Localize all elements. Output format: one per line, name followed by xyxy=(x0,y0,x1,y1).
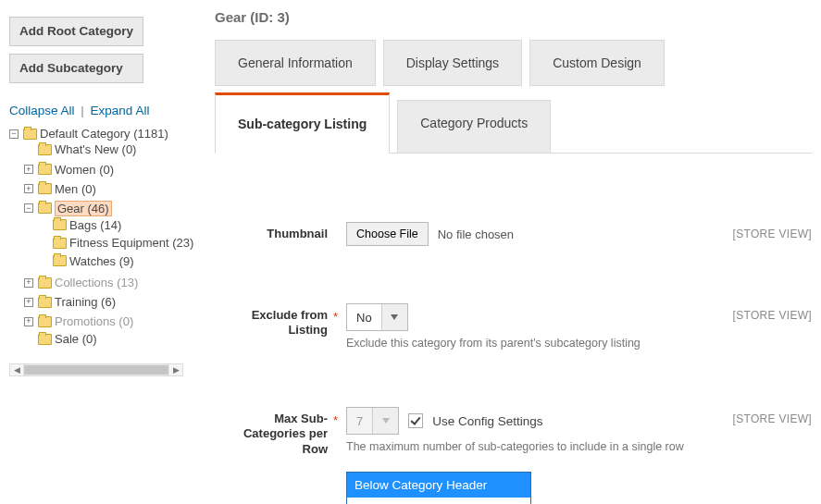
exclude-select[interactable]: No xyxy=(346,303,408,331)
category-tree: − Default Category (1181) What's New (0)… xyxy=(9,123,178,350)
tree-node[interactable]: What's New (0) xyxy=(24,142,136,156)
choose-file-button[interactable]: Choose File xyxy=(346,222,429,246)
row-exclude-from-listing: Exclude from Listing * No Exclude this c… xyxy=(215,303,812,350)
spacer xyxy=(24,335,33,344)
main-content: Gear (ID: 3) General Information Display… xyxy=(183,0,821,504)
folder-icon xyxy=(53,238,67,249)
tab-general-information[interactable]: General Information xyxy=(215,40,376,86)
form: Thumbnail * Choose File No file chosen [… xyxy=(215,154,812,504)
max-sub-hint: The maximum number of sub-categories to … xyxy=(346,440,698,453)
tree-node[interactable]: +Men (0) xyxy=(24,182,96,196)
tree-node[interactable]: Watches (9) xyxy=(39,254,134,268)
required-icon: * xyxy=(333,413,341,427)
tree-node-label: Women (0) xyxy=(55,163,114,177)
row-listing-location: Listing Location * Below Category Header… xyxy=(215,498,812,504)
tree-node-label: Gear (46) xyxy=(55,201,112,216)
chevron-down-icon[interactable] xyxy=(381,304,407,330)
max-sub-select[interactable]: 7 xyxy=(346,407,399,435)
folder-icon xyxy=(38,164,52,175)
folder-icon xyxy=(38,203,52,214)
tree-node[interactable]: Bags (14) xyxy=(39,218,121,232)
scope-label: [STORE VIEW] xyxy=(733,227,812,240)
separator: | xyxy=(81,104,84,117)
label-thumbnail: Thumbnail xyxy=(215,222,328,241)
tab-custom-design[interactable]: Custom Design xyxy=(529,40,665,86)
tree-node[interactable]: +Training (6) xyxy=(24,295,116,309)
scroll-thumb[interactable] xyxy=(24,365,168,375)
collapse-all-link[interactable]: Collapse All xyxy=(9,104,75,117)
folder-icon xyxy=(38,277,52,289)
folder-icon xyxy=(38,297,52,308)
expand-icon[interactable]: + xyxy=(24,165,33,174)
spacer xyxy=(24,145,33,154)
folder-icon xyxy=(38,183,52,194)
scope-label: [STORE VIEW] xyxy=(733,412,812,425)
expand-icon[interactable]: + xyxy=(24,278,33,288)
tree-node[interactable]: +Promotions (0) xyxy=(24,314,133,328)
folder-icon xyxy=(38,144,52,155)
tree-node-label: Watches (9) xyxy=(69,254,134,268)
tree-node[interactable]: Fitness Equipment (23) xyxy=(39,236,193,250)
dropdown-option[interactable]: Below Category Header xyxy=(347,473,530,498)
expand-icon[interactable]: + xyxy=(24,317,33,326)
tree-controls: Collapse All | Expand All xyxy=(9,104,178,117)
file-status-text: No file chosen xyxy=(438,227,514,241)
expand-icon[interactable]: + xyxy=(24,184,33,193)
expand-all-link[interactable]: Expand All xyxy=(91,104,150,117)
expand-icon[interactable]: + xyxy=(24,298,33,307)
scroll-right-icon[interactable]: ▶ xyxy=(169,364,182,375)
required-icon: * xyxy=(333,310,341,324)
tree-node[interactable]: Sale (0) xyxy=(24,332,97,346)
tree-node[interactable]: +Women (0) xyxy=(24,163,114,177)
listing-location-options: Below Category Header Above Product Grid xyxy=(346,472,531,504)
tree-node-label: What's New (0) xyxy=(55,142,136,156)
spacer xyxy=(39,256,48,265)
tree-node-label: Sale (0) xyxy=(55,332,97,346)
exclude-hint: Exclude this category from its parent's … xyxy=(346,337,698,350)
use-config-label: Use Config Settings xyxy=(432,414,542,428)
tab-sub-category-listing[interactable]: Sub-category Listing xyxy=(215,92,390,154)
horizontal-scrollbar[interactable]: ◀ ▶ xyxy=(9,363,183,376)
collapse-icon[interactable]: − xyxy=(24,203,33,213)
tree-node-label: Fitness Equipment (23) xyxy=(69,236,193,250)
sidebar: Add Root Category Add Subcategory Collap… xyxy=(0,0,183,504)
row-thumbnail: Thumbnail * Choose File No file chosen [… xyxy=(215,222,812,246)
tab-category-products[interactable]: Category Products xyxy=(397,100,551,154)
max-sub-value: 7 xyxy=(347,408,372,434)
add-root-category-button[interactable]: Add Root Category xyxy=(9,17,143,46)
tree-node-label: Men (0) xyxy=(55,182,96,196)
tree-node[interactable]: +Collections (13) xyxy=(24,276,138,289)
dropdown-option[interactable]: Above Product Grid xyxy=(347,498,530,504)
tree-node-label: Training (6) xyxy=(55,295,116,309)
scroll-left-icon[interactable]: ◀ xyxy=(10,364,23,375)
label-exclude: Exclude from Listing xyxy=(215,303,328,338)
spacer xyxy=(39,239,48,248)
spacer xyxy=(39,220,48,229)
tree-node-label: Default Category (1181) xyxy=(40,127,168,141)
folder-icon xyxy=(53,219,67,230)
tree-node-label: Promotions (0) xyxy=(55,314,133,328)
chevron-down-icon[interactable] xyxy=(372,408,398,434)
tree-node-label: Collections (13) xyxy=(55,276,138,289)
folder-icon xyxy=(23,129,37,140)
tab-display-settings[interactable]: Display Settings xyxy=(383,40,522,86)
row-max-sub-categories: Max Sub-Categories per Row * 7 Use Confi… xyxy=(215,407,812,457)
exclude-select-value: No xyxy=(347,304,381,330)
max-sub-use-config-checkbox[interactable] xyxy=(408,413,423,428)
folder-icon xyxy=(38,334,52,345)
folder-icon xyxy=(38,316,52,327)
scope-label: [STORE VIEW] xyxy=(733,309,812,322)
label-listing-location: Listing Location xyxy=(215,498,328,504)
tabs: General Information Display Settings Cus… xyxy=(215,40,812,153)
tree-root-node[interactable]: − Default Category (1181) xyxy=(9,127,168,141)
add-subcategory-button[interactable]: Add Subcategory xyxy=(9,54,143,83)
folder-icon xyxy=(53,255,67,266)
tree-node-label: Bags (14) xyxy=(69,218,121,232)
label-max-sub: Max Sub-Categories per Row xyxy=(215,407,328,457)
tree-node[interactable]: −Gear (46) xyxy=(24,201,112,216)
collapse-icon[interactable]: − xyxy=(9,129,19,139)
page-title: Gear (ID: 3) xyxy=(215,9,812,25)
